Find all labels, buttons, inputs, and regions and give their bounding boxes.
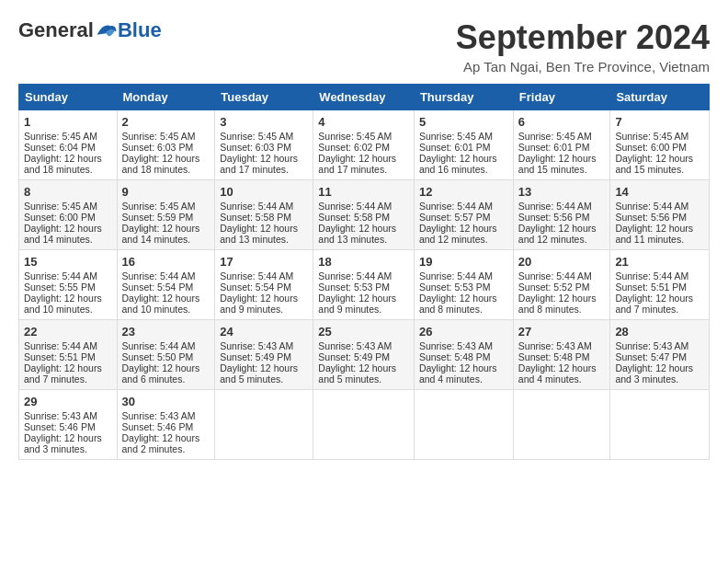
daylight-text: Daylight: 12 hours and 13 minutes.: [318, 223, 396, 245]
daylight-text: Daylight: 12 hours and 18 minutes.: [122, 153, 200, 175]
calendar-cell: 8Sunrise: 5:45 AMSunset: 6:00 PMDaylight…: [19, 180, 118, 250]
daylight-text: Daylight: 12 hours and 11 minutes.: [615, 223, 693, 245]
sunset-text: Sunset: 6:01 PM: [518, 142, 590, 153]
daylight-text: Daylight: 12 hours and 12 minutes.: [419, 223, 497, 245]
calendar-cell: 9Sunrise: 5:45 AMSunset: 5:59 PMDaylight…: [117, 180, 215, 250]
daylight-text: Daylight: 12 hours and 3 minutes.: [24, 432, 102, 454]
day-number: 3: [220, 115, 308, 129]
calendar-cell: 29Sunrise: 5:43 AMSunset: 5:46 PMDayligh…: [19, 390, 118, 460]
sunrise-text: Sunrise: 5:44 AM: [615, 270, 688, 282]
day-number: 7: [615, 115, 704, 129]
sunrise-text: Sunrise: 5:43 AM: [419, 340, 493, 351]
sunset-text: Sunset: 6:02 PM: [318, 142, 390, 153]
sunset-text: Sunset: 5:46 PM: [24, 421, 96, 432]
sunset-text: Sunset: 5:59 PM: [122, 212, 194, 223]
weekday-header-row: SundayMondayTuesdayWednesdayThursdayFrid…: [19, 85, 710, 110]
calendar-cell: 28Sunrise: 5:43 AMSunset: 5:47 PMDayligh…: [610, 320, 710, 390]
sunrise-text: Sunrise: 5:43 AM: [518, 340, 592, 351]
sunset-text: Sunset: 6:03 PM: [220, 142, 291, 153]
sunset-text: Sunset: 6:01 PM: [419, 142, 491, 153]
sunset-text: Sunset: 6:04 PM: [24, 142, 96, 153]
day-number: 26: [419, 325, 508, 339]
sunrise-text: Sunrise: 5:43 AM: [24, 410, 97, 421]
calendar-cell: 15Sunrise: 5:44 AMSunset: 5:55 PMDayligh…: [19, 250, 118, 320]
calendar-cell: 30Sunrise: 5:43 AMSunset: 5:46 PMDayligh…: [117, 390, 215, 460]
daylight-text: Daylight: 12 hours and 14 minutes.: [122, 223, 200, 245]
calendar-cell: [215, 390, 313, 460]
calendar-cell: 22Sunrise: 5:44 AMSunset: 5:51 PMDayligh…: [19, 320, 118, 390]
sunrise-text: Sunrise: 5:44 AM: [122, 270, 196, 282]
calendar-cell: 23Sunrise: 5:44 AMSunset: 5:50 PMDayligh…: [117, 320, 215, 390]
daylight-text: Daylight: 12 hours and 9 minutes.: [220, 293, 298, 315]
daylight-text: Daylight: 12 hours and 8 minutes.: [518, 293, 597, 315]
day-number: 10: [220, 185, 308, 199]
daylight-text: Daylight: 12 hours and 17 minutes.: [318, 153, 396, 175]
sunset-text: Sunset: 5:56 PM: [518, 212, 590, 223]
calendar-cell: 5Sunrise: 5:45 AMSunset: 6:01 PMDaylight…: [414, 110, 513, 180]
day-number: 16: [122, 255, 210, 269]
sunrise-text: Sunrise: 5:44 AM: [220, 270, 293, 282]
calendar-week-row: 29Sunrise: 5:43 AMSunset: 5:46 PMDayligh…: [19, 390, 710, 460]
sunset-text: Sunset: 5:51 PM: [615, 282, 687, 293]
calendar-cell: [513, 390, 610, 460]
calendar-cell: 7Sunrise: 5:45 AMSunset: 6:00 PMDaylight…: [610, 110, 710, 180]
calendar-cell: 4Sunrise: 5:45 AMSunset: 6:02 PMDaylight…: [313, 110, 415, 180]
day-number: 5: [419, 115, 508, 129]
sunset-text: Sunset: 6:00 PM: [615, 142, 687, 153]
title-block: September 2024 Ap Tan Ngai, Ben Tre Prov…: [456, 18, 710, 75]
sunset-text: Sunset: 5:49 PM: [318, 351, 390, 362]
daylight-text: Daylight: 12 hours and 12 minutes.: [518, 223, 597, 245]
daylight-text: Daylight: 12 hours and 15 minutes.: [615, 153, 693, 175]
day-number: 27: [518, 325, 606, 339]
weekday-header-saturday: Saturday: [610, 85, 710, 110]
month-title: September 2024: [456, 18, 710, 57]
sunrise-text: Sunrise: 5:44 AM: [419, 201, 493, 212]
logo-blue-text: Blue: [118, 18, 162, 42]
logo: General Blue: [18, 18, 162, 42]
sunset-text: Sunset: 5:57 PM: [419, 212, 491, 223]
daylight-text: Daylight: 12 hours and 18 minutes.: [24, 153, 102, 175]
calendar-cell: [610, 390, 710, 460]
daylight-text: Daylight: 12 hours and 10 minutes.: [122, 293, 200, 315]
weekday-header-thursday: Thursday: [414, 85, 513, 110]
calendar-table: SundayMondayTuesdayWednesdayThursdayFrid…: [18, 84, 710, 460]
sunrise-text: Sunrise: 5:43 AM: [220, 340, 293, 351]
sunrise-text: Sunrise: 5:45 AM: [24, 131, 97, 142]
day-number: 2: [122, 115, 210, 129]
sunrise-text: Sunrise: 5:44 AM: [318, 270, 392, 282]
daylight-text: Daylight: 12 hours and 7 minutes.: [615, 293, 693, 315]
day-number: 12: [419, 185, 508, 199]
day-number: 14: [615, 185, 704, 199]
day-number: 1: [24, 115, 112, 129]
sunrise-text: Sunrise: 5:45 AM: [122, 131, 196, 142]
day-number: 25: [318, 325, 409, 339]
calendar-cell: 20Sunrise: 5:44 AMSunset: 5:52 PMDayligh…: [513, 250, 610, 320]
sunset-text: Sunset: 5:58 PM: [318, 212, 390, 223]
sunset-text: Sunset: 5:56 PM: [615, 212, 687, 223]
sunrise-text: Sunrise: 5:44 AM: [518, 201, 592, 212]
daylight-text: Daylight: 12 hours and 13 minutes.: [220, 223, 298, 245]
calendar-cell: 12Sunrise: 5:44 AMSunset: 5:57 PMDayligh…: [414, 180, 513, 250]
weekday-header-sunday: Sunday: [19, 85, 118, 110]
calendar-cell: 14Sunrise: 5:44 AMSunset: 5:56 PMDayligh…: [610, 180, 710, 250]
sunrise-text: Sunrise: 5:45 AM: [518, 131, 592, 142]
calendar-cell: 1Sunrise: 5:45 AMSunset: 6:04 PMDaylight…: [19, 110, 118, 180]
page-header: General Blue September 2024 Ap Tan Ngai,…: [18, 18, 710, 75]
sunrise-text: Sunrise: 5:45 AM: [318, 131, 392, 142]
calendar-cell: 18Sunrise: 5:44 AMSunset: 5:53 PMDayligh…: [313, 250, 415, 320]
sunrise-text: Sunrise: 5:44 AM: [518, 270, 592, 282]
sunset-text: Sunset: 5:54 PM: [220, 282, 291, 293]
day-number: 15: [24, 255, 112, 269]
daylight-text: Daylight: 12 hours and 6 minutes.: [122, 362, 200, 385]
sunrise-text: Sunrise: 5:44 AM: [615, 201, 688, 212]
calendar-cell: 6Sunrise: 5:45 AMSunset: 6:01 PMDaylight…: [513, 110, 610, 180]
daylight-text: Daylight: 12 hours and 17 minutes.: [220, 153, 298, 175]
day-number: 29: [24, 395, 112, 408]
day-number: 9: [122, 185, 210, 199]
sunrise-text: Sunrise: 5:44 AM: [122, 340, 196, 351]
day-number: 6: [518, 115, 606, 129]
sunset-text: Sunset: 5:50 PM: [122, 351, 194, 362]
sunrise-text: Sunrise: 5:44 AM: [419, 270, 493, 282]
sunset-text: Sunset: 5:46 PM: [122, 421, 194, 432]
calendar-cell: 2Sunrise: 5:45 AMSunset: 6:03 PMDaylight…: [117, 110, 215, 180]
